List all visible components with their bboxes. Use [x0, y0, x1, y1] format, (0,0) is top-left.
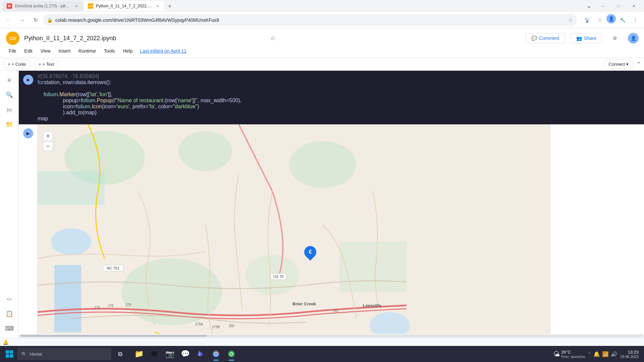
- new-tab-button[interactable]: +: [165, 2, 174, 11]
- address-lock-icon: 🔒: [47, 17, 53, 23]
- add-code-button[interactable]: + + Code: [3, 59, 31, 69]
- sidebar-files-icon[interactable]: 📁: [3, 118, 16, 131]
- comment-icon: 💬: [531, 36, 537, 41]
- svg-text:293: 293: [333, 309, 338, 313]
- taskbar-search[interactable]: 🔍 Hledat: [17, 348, 111, 360]
- code-in-keyword: in: [71, 79, 75, 85]
- extensions-button[interactable]: 🔧: [616, 14, 629, 26]
- zoom-in-button[interactable]: +: [43, 131, 53, 141]
- windows-logo-icon: [5, 350, 13, 358]
- sidebar-snippets-icon[interactable]: <>: [3, 292, 16, 306]
- close-button[interactable]: ✕: [626, 1, 641, 11]
- horizontal-scrollbar[interactable]: [19, 334, 644, 338]
- sidebar-search-icon[interactable]: 🔍: [3, 88, 16, 102]
- tray-up-arrow[interactable]: ⌃: [588, 352, 591, 356]
- taskbar-app-teams[interactable]: [193, 347, 208, 361]
- svg-rect-9: [339, 242, 407, 292]
- taskbar-weather[interactable]: 🌤 26°C Prev. slunečno: [553, 350, 585, 359]
- add-text-button[interactable]: + + Text: [34, 59, 59, 69]
- taskbar-tray: ⌃ 🔔 📶 🔊: [588, 351, 618, 357]
- code-comma2: , prefix=: [129, 104, 149, 110]
- tab-gmail-close[interactable]: ✕: [74, 3, 79, 9]
- cell-run-button[interactable]: ▶: [23, 75, 33, 85]
- cast-button[interactable]: 📡: [581, 14, 593, 26]
- weather-condition: Prev. slunečno: [561, 355, 585, 359]
- scrollbar-thumb[interactable]: [20, 335, 207, 337]
- code-folium3: folium: [76, 104, 90, 110]
- task-view-button[interactable]: ⧉: [113, 347, 127, 361]
- colab-body: ≡ 🔍 {x} 📁 <> 📋 ⌨ ▶: [0, 71, 644, 338]
- sidebar-terminal-icon[interactable]: ⌨: [3, 322, 16, 335]
- sidebar-variables-icon[interactable]: {x}: [3, 103, 16, 116]
- refresh-button[interactable]: ↻: [30, 14, 42, 26]
- menu-help[interactable]: Help: [120, 47, 136, 55]
- tray-volume-icon[interactable]: 🔊: [611, 351, 618, 357]
- tray-notification-icon[interactable]: 🔔: [593, 351, 600, 357]
- taskbar-app-chat[interactable]: 💬: [178, 347, 193, 361]
- svg-text:US 70: US 70: [273, 275, 284, 279]
- tab-gmail[interactable]: M Doručená pošta (1 270) - jakub... ✕: [3, 1, 83, 11]
- plus-icon: +: [8, 62, 10, 67]
- minimize-button[interactable]: ─: [595, 1, 610, 11]
- profile-button[interactable]: 👤: [606, 14, 616, 23]
- sidebar-history-icon[interactable]: 📋: [3, 307, 16, 320]
- last-edited-link[interactable]: Last edited on April 11: [140, 48, 186, 54]
- map-left-panel: ▶: [19, 124, 38, 334]
- maximize-button[interactable]: □: [610, 1, 626, 11]
- bookmark-button[interactable]: ☆: [594, 14, 606, 26]
- map-area[interactable]: NC 751 US 70 NC 55 274 276 278: [38, 124, 550, 334]
- comment-button[interactable]: 💬 Comment: [526, 33, 565, 43]
- back-button[interactable]: ←: [3, 14, 15, 26]
- svg-text:276: 276: [108, 304, 114, 308]
- code-line-4: folium . Marker (row[[ 'lat' , 'lon' ]],: [38, 92, 644, 98]
- sidebar-menu-icon[interactable]: ≡: [3, 73, 16, 87]
- collapse-button[interactable]: ⌃: [636, 61, 641, 68]
- code-paren1: (row[[: [76, 92, 90, 98]
- svg-text:Leesville: Leesville: [363, 303, 381, 308]
- menu-tools[interactable]: Tools: [101, 47, 118, 55]
- user-avatar[interactable]: 👤: [628, 33, 639, 44]
- taskbar-time[interactable]: 13:23 19.06.2023: [620, 350, 639, 359]
- menu-edit[interactable]: Edit: [21, 47, 36, 55]
- bottom-bar-notification[interactable]: 🔔: [3, 340, 8, 345]
- svg-rect-46: [198, 353, 201, 356]
- taskbar-app-chrome[interactable]: [209, 347, 223, 361]
- current-date: 19.06.2023: [620, 355, 639, 359]
- connect-button[interactable]: Connect ▾: [604, 59, 634, 69]
- tab-colab-title: Python_II_11_14_7_2_2022.ipynb: [96, 4, 152, 8]
- forward-button[interactable]: →: [16, 14, 28, 26]
- taskbar-app-mail[interactable]: ✉: [147, 347, 162, 361]
- address-star-icon[interactable]: ☆: [569, 17, 573, 23]
- start-button[interactable]: [3, 347, 16, 361]
- menu-button[interactable]: ⋮: [629, 14, 641, 26]
- settings-button[interactable]: ⚙: [607, 34, 623, 43]
- menu-file[interactable]: File: [5, 47, 20, 55]
- taskbar-apps: 📁 ✉ 📷 💬: [131, 347, 239, 361]
- taskbar-app-chrome2[interactable]: [224, 347, 239, 361]
- menu-insert[interactable]: Insert: [55, 47, 74, 55]
- svg-rect-42: [6, 354, 9, 358]
- colab-main: ▶ #[35.876074, -78.835604] for station, …: [19, 71, 644, 338]
- colab-logo-svg: CO: [5, 31, 20, 46]
- tab-colab-close[interactable]: ✕: [155, 3, 160, 9]
- menu-view[interactable]: View: [37, 47, 54, 55]
- share-button[interactable]: 👥 Share: [571, 33, 602, 43]
- tab-gmail-title: Doručená pošta (1 270) - jakub...: [15, 4, 71, 8]
- zoom-out-button[interactable]: −: [43, 141, 53, 151]
- right-panel: [550, 124, 644, 334]
- map-marker[interactable]: €: [304, 246, 316, 261]
- menu-runtime[interactable]: Runtime: [75, 47, 99, 55]
- toolbar-right: Connect ▾ ⌃: [604, 59, 641, 69]
- map-cell-run-button[interactable]: ▶: [23, 128, 33, 138]
- code-icon-kw: icon=: [63, 104, 76, 110]
- code-addto: ).add_to(map): [63, 110, 97, 116]
- tab-colab[interactable]: CO Python_II_11_14_7_2_2022.ipynb ✕: [84, 1, 164, 11]
- star-button[interactable]: ☆: [270, 35, 275, 42]
- code-indent4: [38, 110, 63, 116]
- taskbar-app-camera[interactable]: 📷: [162, 347, 177, 361]
- address-bar[interactable]: 🔒 colab.research.google.com/drive/1NiRT0…: [43, 14, 577, 26]
- taskbar-app-explorer[interactable]: 📁: [131, 347, 146, 361]
- title-bar: M Doručená pošta (1 270) - jakub... ✕ CO…: [0, 0, 644, 12]
- cell-gutter: ▶: [19, 71, 38, 124]
- tray-wifi-icon[interactable]: 📶: [602, 351, 609, 357]
